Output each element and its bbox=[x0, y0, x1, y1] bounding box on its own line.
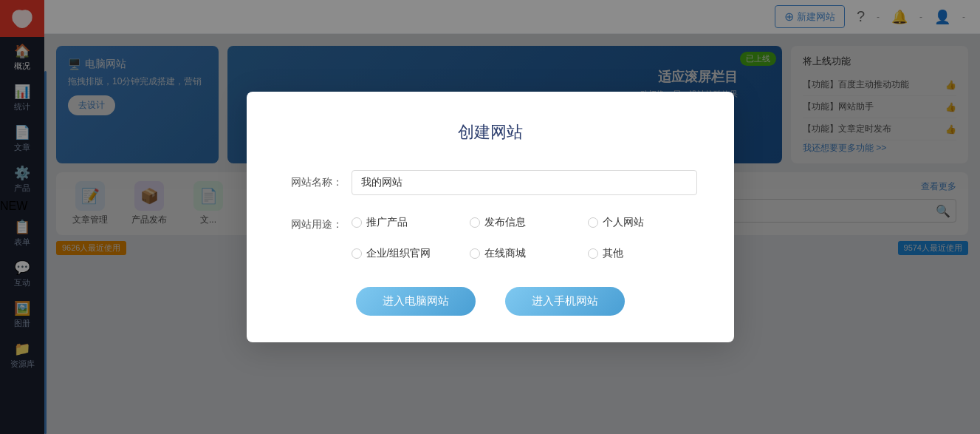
radio-circle-other bbox=[588, 248, 598, 259]
radio-other[interactable]: 其他 bbox=[588, 247, 706, 260]
site-name-row: 网站名称： bbox=[284, 170, 697, 195]
create-site-modal: 创建网站 网站名称： 网站用途： 推广产品 发布信息 bbox=[247, 92, 734, 342]
radio-publish[interactable]: 发布信息 bbox=[470, 216, 588, 229]
radio-enterprise[interactable]: 企业/组织官网 bbox=[352, 247, 470, 260]
enter-mobile-button[interactable]: 进入手机网站 bbox=[505, 287, 625, 316]
modal-title: 创建网站 bbox=[284, 121, 697, 143]
purpose-row-2: 企业/组织官网 在线商城 其他 bbox=[352, 247, 706, 260]
radio-circle-enterprise bbox=[352, 248, 362, 259]
radio-circle-publish bbox=[470, 217, 480, 228]
site-name-input[interactable] bbox=[352, 170, 697, 195]
modal-buttons: 进入电脑网站 进入手机网站 bbox=[284, 287, 697, 316]
site-name-label: 网站名称： bbox=[284, 176, 343, 189]
radio-circle-personal bbox=[588, 217, 598, 228]
site-purpose-row: 网站用途： 推广产品 发布信息 个人网站 bbox=[284, 216, 697, 260]
purpose-radio-group: 推广产品 发布信息 个人网站 企业/组织官网 bbox=[352, 216, 706, 260]
radio-promote[interactable]: 推广产品 bbox=[352, 216, 470, 229]
radio-personal[interactable]: 个人网站 bbox=[588, 216, 706, 229]
radio-circle-shop bbox=[470, 248, 480, 259]
modal-overlay[interactable]: 创建网站 网站名称： 网站用途： 推广产品 发布信息 bbox=[0, 0, 980, 434]
radio-shop[interactable]: 在线商城 bbox=[470, 247, 588, 260]
purpose-row-1: 推广产品 发布信息 个人网站 bbox=[352, 216, 706, 229]
enter-desktop-button[interactable]: 进入电脑网站 bbox=[356, 287, 476, 316]
site-purpose-label: 网站用途： bbox=[284, 216, 343, 231]
radio-circle-promote bbox=[352, 217, 362, 228]
